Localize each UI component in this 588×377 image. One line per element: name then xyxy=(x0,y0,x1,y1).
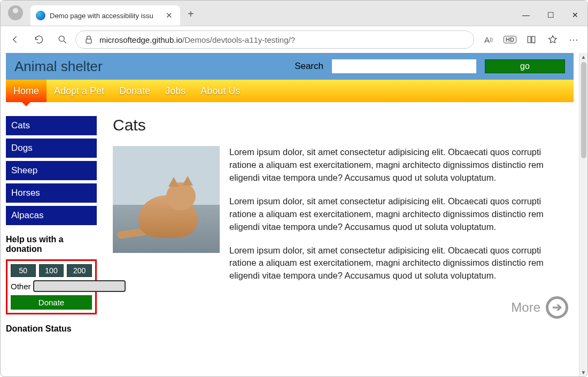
more-label: More xyxy=(511,300,540,315)
hd-icon[interactable]: HD xyxy=(501,30,519,49)
vertical-scrollbar[interactable]: ▲ ▼ xyxy=(579,53,587,376)
tab-title: Demo page with accessibility issu xyxy=(50,12,159,20)
sidebar-link-dogs[interactable]: Dogs xyxy=(6,139,97,158)
lock-icon xyxy=(83,34,94,45)
browser-titlebar: Demo page with accessibility issu ✕ + — … xyxy=(1,1,587,26)
browser-toolbar: microsoftedge.github.io/Demos/devtools-a… xyxy=(1,26,587,53)
donate-other-label: Other xyxy=(11,282,31,291)
address-bar[interactable]: microsoftedge.github.io/Demos/devtools-a… xyxy=(75,30,474,49)
donate-submit-button[interactable]: Donate xyxy=(11,295,92,310)
search-label: Search xyxy=(295,61,323,72)
svg-point-0 xyxy=(59,36,64,41)
sidebar-link-cats[interactable]: Cats xyxy=(6,116,97,135)
search-input[interactable] xyxy=(332,59,476,73)
refresh-button[interactable] xyxy=(28,29,50,50)
nav-jobs[interactable]: Jobs xyxy=(158,80,193,102)
sidebar-link-alpacas[interactable]: Alpacas xyxy=(6,206,97,225)
window-maximize-button[interactable]: ☐ xyxy=(538,4,563,26)
scroll-up-icon[interactable]: ▲ xyxy=(581,53,586,61)
search-button[interactable] xyxy=(52,29,73,50)
arrow-right-icon: ➔ xyxy=(546,296,568,319)
favorite-icon[interactable] xyxy=(544,30,562,49)
new-tab-button[interactable]: + xyxy=(188,8,194,20)
nav-donate[interactable]: Donate xyxy=(112,80,158,102)
more-link[interactable]: More ➔ xyxy=(113,296,568,319)
edge-icon xyxy=(36,11,45,20)
page-heading: Cats xyxy=(113,116,568,134)
browser-tab[interactable]: Demo page with accessibility issu ✕ xyxy=(30,5,180,26)
donate-heading: Help us with a donation xyxy=(6,235,97,254)
scroll-down-icon[interactable]: ▼ xyxy=(581,368,586,376)
read-aloud-icon[interactable]: A)) xyxy=(479,30,498,49)
back-button[interactable] xyxy=(5,29,26,50)
donate-other-input[interactable] xyxy=(33,280,126,292)
donate-200-button[interactable]: 200 xyxy=(67,264,92,277)
sidebar-link-horses[interactable]: Horses xyxy=(6,183,97,203)
scroll-thumb[interactable] xyxy=(581,62,586,158)
search-go-button[interactable]: go xyxy=(485,59,565,73)
donation-status-heading: Donation Status xyxy=(6,324,97,334)
site-title: Animal shelter xyxy=(14,58,103,75)
site-header: Animal shelter Search go xyxy=(6,53,574,80)
window-minimize-button[interactable]: — xyxy=(514,4,538,26)
sidebar: Cats Dogs Sheep Horses Alpacas Help us w… xyxy=(6,116,97,339)
nav-about[interactable]: About Us xyxy=(193,80,247,102)
svg-rect-1 xyxy=(86,39,91,43)
cat-image xyxy=(113,146,220,253)
donate-form: 50 100 200 Other Donate xyxy=(6,259,97,314)
url-host: microsoftedge.github.io xyxy=(99,35,182,44)
paragraph: Lorem ipsum dolor, sit amet consectetur … xyxy=(229,244,568,283)
donate-100-button[interactable]: 100 xyxy=(39,264,64,277)
profile-icon[interactable] xyxy=(8,5,23,20)
window-close-button[interactable]: ✕ xyxy=(563,4,587,26)
nav-adopt[interactable]: Adopt a Pet xyxy=(47,80,112,102)
more-menu-button[interactable]: ⋯ xyxy=(565,30,583,49)
paragraph: Lorem ipsum dolor, sit amet consectetur … xyxy=(229,195,568,234)
tab-close-button[interactable]: ✕ xyxy=(164,11,175,20)
donate-50-button[interactable]: 50 xyxy=(11,264,36,277)
url-path: /Demos/devtools-a11y-testing/? xyxy=(182,35,295,44)
nav-home[interactable]: Home xyxy=(6,80,47,102)
sidebar-link-sheep[interactable]: Sheep xyxy=(6,161,97,180)
main-nav: Home Adopt a Pet Donate Jobs About Us xyxy=(6,80,574,102)
reading-mode-icon[interactable] xyxy=(522,30,540,49)
paragraph: Lorem ipsum dolor, sit amet consectetur … xyxy=(229,146,568,184)
main-content: Cats Lorem ipsum dolor, sit amet consect… xyxy=(113,116,574,339)
